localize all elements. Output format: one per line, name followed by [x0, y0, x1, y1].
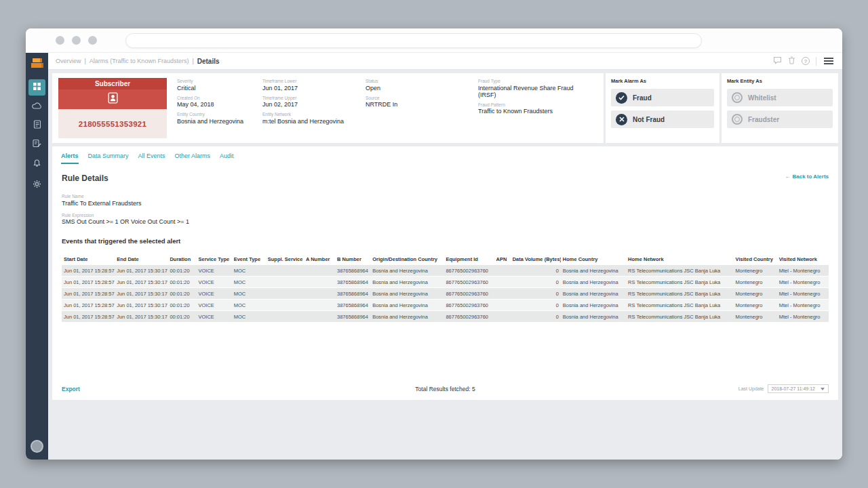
tab-data-summary[interactable]: Data Summary: [88, 152, 129, 164]
table-cell: 38765868964: [335, 288, 370, 300]
mark-whitelist-label: Whitelist: [748, 94, 776, 102]
tab-all-events[interactable]: All Events: [138, 152, 165, 164]
dropdown-caret-icon: [821, 388, 825, 390]
table-cell: Bosnia and Herzegovina: [370, 311, 443, 323]
browser-window: Overview | Alarms (Traffic to Known Frau…: [26, 28, 842, 460]
table-cell: Montenegro: [734, 300, 777, 311]
help-icon[interactable]: ?: [802, 57, 810, 65]
browser-url-input[interactable]: [125, 33, 702, 48]
rule-expression-value: SMS Out Count >= 1 OR Voice Out Count >=…: [62, 218, 829, 225]
table-row[interactable]: Jun 01, 2017 15:28:57Jun 01, 2017 15:30:…: [62, 288, 829, 300]
window-control-button[interactable]: [56, 36, 64, 45]
field-value: m:tel Bosnia and Herzegovina: [262, 118, 349, 125]
table-cell: VOICE: [197, 277, 232, 288]
gear-icon: [33, 179, 41, 191]
user-avatar[interactable]: [31, 440, 43, 453]
table-cell: 0: [511, 265, 561, 277]
column-header[interactable]: Data Volume (Bytes): [511, 253, 561, 265]
whitelist-ring-icon: [732, 92, 743, 103]
table-cell: Bosnia and Herzegovina: [370, 288, 443, 300]
window-control-button[interactable]: [72, 36, 81, 45]
menu-icon[interactable]: [823, 56, 835, 66]
trash-icon[interactable]: [788, 55, 795, 67]
column-header[interactable]: Service Type: [197, 253, 232, 265]
breadcrumb-item-overview[interactable]: Overview: [56, 58, 81, 64]
table-cell: Bosnia and Herzegovina: [370, 277, 443, 288]
mark-alarm-panel: Mark Alarm As Fraud Not Fraud: [606, 73, 719, 143]
table-cell: Bosnia and Herzegovina: [561, 300, 626, 311]
sidebar-item-settings[interactable]: [28, 177, 45, 193]
column-header[interactable]: Start Date: [62, 253, 115, 265]
table-cell: Mtel - Montenegro: [777, 277, 829, 288]
table-cell: Jun 01, 2017 15:30:17: [115, 265, 167, 277]
table-cell: 0: [511, 300, 561, 311]
column-header[interactable]: APN: [494, 253, 511, 265]
column-header[interactable]: Home Country: [561, 253, 626, 265]
tab-alerts[interactable]: Alerts: [61, 152, 79, 164]
tab-audit[interactable]: Audit: [220, 152, 234, 164]
subscriber-card[interactable]: Subscriber 2180555513: [58, 78, 167, 138]
back-to-alerts-link[interactable]: ← Back to Alerts: [785, 174, 829, 180]
table-cell: VOICE: [197, 311, 232, 323]
sidebar-item-rules[interactable]: [28, 136, 45, 152]
tab-other-alarms[interactable]: Other Alarms: [175, 152, 211, 164]
table-cell: [494, 300, 511, 311]
column-header[interactable]: Duration: [167, 253, 196, 265]
mark-fraudster-button[interactable]: Fraudster: [727, 110, 833, 128]
table-cell: [304, 277, 335, 288]
mark-fraudster-label: Fraudster: [748, 116, 779, 123]
breadcrumb: Overview | Alarms (Traffic to Known Frau…: [56, 58, 220, 65]
table-cell: MOC: [232, 277, 266, 288]
document-edit-icon: [33, 138, 41, 150]
field-label: Fraud Pattern: [478, 102, 581, 107]
table-cell: 00:01:20: [167, 288, 196, 300]
table-cell: 00:01:20: [167, 311, 196, 323]
events-header-row: Start DateEnd DateDurationService TypeEv…: [62, 253, 829, 265]
window-controls: [56, 36, 97, 45]
column-header[interactable]: B Number: [335, 253, 370, 265]
sidebar-item-discovery[interactable]: [28, 98, 45, 115]
table-cell: Jun 01, 2017 15:28:57: [62, 277, 115, 288]
mark-fraud-button[interactable]: Fraud: [611, 89, 714, 106]
table-row[interactable]: Jun 01, 2017 15:28:57Jun 01, 2017 15:30:…: [62, 277, 829, 288]
sidebar-item-alarms[interactable]: [28, 155, 45, 171]
document-icon: [33, 119, 41, 131]
table-row[interactable]: Jun 01, 2017 15:28:57Jun 01, 2017 15:30:…: [62, 311, 829, 323]
column-header[interactable]: A Number: [304, 253, 335, 265]
column-header[interactable]: Home Network: [626, 253, 733, 265]
mark-not-fraud-button[interactable]: Not Fraud: [611, 110, 714, 128]
app: Overview | Alarms (Traffic to Known Frau…: [26, 53, 842, 460]
field-label: Entity Country: [177, 112, 246, 117]
column-header[interactable]: Suppl. Service: [266, 253, 304, 265]
chat-icon[interactable]: [773, 55, 782, 67]
sidebar-item-reports[interactable]: [28, 117, 45, 134]
table-cell: RS Telecommunications JSC Banja Luka: [626, 300, 733, 311]
mark-whitelist-button[interactable]: Whitelist: [727, 89, 833, 106]
back-to-alerts-label: Back to Alerts: [793, 174, 829, 180]
export-link[interactable]: Export: [62, 386, 80, 392]
tab-bar: Alerts Data Summary All Events Other Ala…: [52, 146, 838, 164]
field-label: Source: [366, 96, 462, 100]
table-row[interactable]: Jun 01, 2017 15:28:57Jun 01, 2017 15:30:…: [62, 300, 829, 311]
table-row[interactable]: Jun 01, 2017 15:28:57Jun 01, 2017 15:30:…: [62, 265, 829, 277]
column-header[interactable]: Visited Network: [777, 253, 829, 265]
last-update-dropdown[interactable]: 2018-07-27 11:49:12: [768, 384, 829, 393]
column-header[interactable]: Event Type: [232, 253, 266, 265]
table-cell: [494, 288, 511, 300]
table-cell: VOICE: [197, 300, 232, 311]
table-cell: 0: [511, 311, 561, 323]
main-area: Overview | Alarms (Traffic to Known Frau…: [48, 53, 842, 460]
column-header[interactable]: Origin/Destination Country: [370, 253, 443, 265]
table-cell: Montenegro: [734, 288, 777, 300]
column-header[interactable]: Visited Country: [734, 253, 777, 265]
field-value: NRTRDE In: [366, 101, 462, 108]
x-circle-icon: [616, 114, 627, 125]
sidebar-item-dashboard[interactable]: [28, 79, 45, 96]
breadcrumb-item-alarms[interactable]: Alarms (Traffic to Known Fraudsters): [90, 58, 189, 64]
table-cell: [266, 265, 304, 277]
column-header[interactable]: End Date: [115, 253, 167, 265]
content: Subscriber 2180555513: [48, 70, 842, 460]
last-update-label: Last Update: [738, 386, 764, 391]
column-header[interactable]: Equipment Id: [443, 253, 494, 265]
window-control-button[interactable]: [88, 36, 97, 45]
